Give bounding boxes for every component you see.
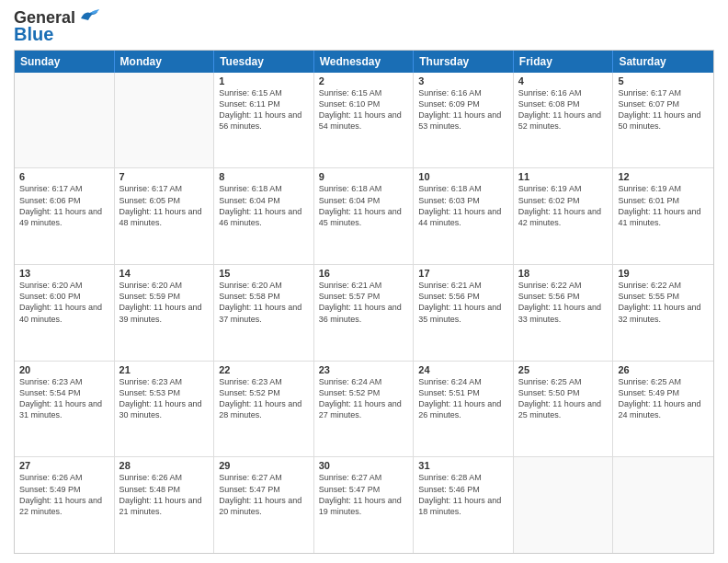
calendar-cell: 16Sunrise: 6:21 AMSunset: 5:57 PMDayligh…: [314, 265, 415, 361]
calendar-cell: 21Sunrise: 6:23 AMSunset: 5:53 PMDayligh…: [115, 362, 215, 457]
cell-info: Sunrise: 6:25 AMSunset: 5:49 PMDaylight:…: [618, 376, 709, 421]
cell-info: Sunrise: 6:19 AMSunset: 6:01 PMDaylight:…: [618, 183, 709, 228]
calendar-cell: 28Sunrise: 6:26 AMSunset: 5:48 PMDayligh…: [115, 457, 215, 553]
cell-info: Sunrise: 6:24 AMSunset: 5:51 PMDaylight:…: [418, 376, 508, 421]
day-number: 9: [319, 171, 409, 182]
calendar-cell: 30Sunrise: 6:27 AMSunset: 5:47 PMDayligh…: [314, 457, 415, 553]
day-number: 26: [618, 364, 709, 375]
day-number: 24: [418, 364, 508, 375]
day-number: 6: [19, 171, 109, 182]
calendar-cell: 1Sunrise: 6:15 AMSunset: 6:11 PMDaylight…: [214, 73, 314, 168]
cell-info: Sunrise: 6:28 AMSunset: 5:46 PMDaylight:…: [418, 472, 508, 517]
day-number: 11: [518, 171, 609, 182]
calendar-row: 1Sunrise: 6:15 AMSunset: 6:11 PMDaylight…: [15, 73, 713, 168]
cell-info: Sunrise: 6:23 AMSunset: 5:54 PMDaylight:…: [19, 376, 109, 421]
calendar-header-cell: Friday: [514, 51, 614, 73]
calendar-cell: 20Sunrise: 6:23 AMSunset: 5:54 PMDayligh…: [15, 362, 115, 457]
calendar-cell: 27Sunrise: 6:26 AMSunset: 5:49 PMDayligh…: [15, 457, 115, 553]
calendar-cell: 3Sunrise: 6:16 AMSunset: 6:09 PMDaylight…: [414, 73, 514, 168]
calendar-cell: 24Sunrise: 6:24 AMSunset: 5:51 PMDayligh…: [414, 362, 514, 457]
cell-info: Sunrise: 6:21 AMSunset: 5:56 PMDaylight:…: [418, 280, 508, 325]
logo-blue: Blue: [14, 24, 53, 44]
cell-info: Sunrise: 6:26 AMSunset: 5:48 PMDaylight:…: [119, 472, 210, 517]
calendar-cell: 5Sunrise: 6:17 AMSunset: 6:07 PMDaylight…: [613, 73, 713, 168]
calendar-header-cell: Tuesday: [214, 51, 314, 73]
calendar-cell: 9Sunrise: 6:18 AMSunset: 6:04 PMDaylight…: [314, 168, 415, 264]
day-number: 12: [618, 171, 709, 182]
cell-info: Sunrise: 6:17 AMSunset: 6:06 PMDaylight:…: [19, 183, 109, 228]
cell-info: Sunrise: 6:15 AMSunset: 6:11 PMDaylight:…: [219, 87, 309, 132]
calendar-cell: 19Sunrise: 6:22 AMSunset: 5:55 PMDayligh…: [613, 265, 713, 361]
calendar-cell: 11Sunrise: 6:19 AMSunset: 6:02 PMDayligh…: [514, 168, 614, 264]
calendar-header-cell: Monday: [115, 51, 215, 73]
cell-info: Sunrise: 6:18 AMSunset: 6:04 PMDaylight:…: [219, 183, 309, 228]
cell-info: Sunrise: 6:19 AMSunset: 6:02 PMDaylight:…: [518, 183, 609, 228]
day-number: 13: [19, 268, 109, 279]
logo: General Blue: [14, 9, 101, 44]
day-number: 7: [119, 171, 210, 182]
cell-info: Sunrise: 6:20 AMSunset: 5:58 PMDaylight:…: [219, 280, 309, 325]
calendar-cell: [613, 457, 713, 553]
calendar-cell: 15Sunrise: 6:20 AMSunset: 5:58 PMDayligh…: [214, 265, 314, 361]
cell-info: Sunrise: 6:20 AMSunset: 5:59 PMDaylight:…: [119, 280, 210, 325]
cell-info: Sunrise: 6:22 AMSunset: 5:56 PMDaylight:…: [518, 280, 609, 325]
day-number: 28: [119, 460, 210, 471]
calendar-cell: 29Sunrise: 6:27 AMSunset: 5:47 PMDayligh…: [214, 457, 314, 553]
calendar-cell: 6Sunrise: 6:17 AMSunset: 6:06 PMDaylight…: [15, 168, 115, 264]
day-number: 25: [518, 364, 609, 375]
cell-info: Sunrise: 6:23 AMSunset: 5:53 PMDaylight:…: [119, 376, 210, 421]
day-number: 22: [219, 364, 309, 375]
calendar-cell: 13Sunrise: 6:20 AMSunset: 6:00 PMDayligh…: [15, 265, 115, 361]
day-number: 14: [119, 268, 210, 279]
cell-info: Sunrise: 6:18 AMSunset: 6:04 PMDaylight:…: [319, 183, 409, 228]
day-number: 30: [319, 460, 409, 471]
day-number: 4: [518, 75, 609, 86]
cell-info: Sunrise: 6:17 AMSunset: 6:07 PMDaylight:…: [618, 87, 709, 132]
day-number: 31: [418, 460, 508, 471]
logo-bird-icon: [77, 7, 101, 26]
header: General Blue: [14, 9, 714, 44]
day-number: 21: [119, 364, 210, 375]
cell-info: Sunrise: 6:24 AMSunset: 5:52 PMDaylight:…: [319, 376, 409, 421]
day-number: 20: [19, 364, 109, 375]
cell-info: Sunrise: 6:15 AMSunset: 6:10 PMDaylight:…: [319, 87, 409, 132]
day-number: 18: [518, 268, 609, 279]
calendar-header-cell: Sunday: [15, 51, 115, 73]
cell-info: Sunrise: 6:21 AMSunset: 5:57 PMDaylight:…: [319, 280, 409, 325]
cell-info: Sunrise: 6:25 AMSunset: 5:50 PMDaylight:…: [518, 376, 609, 421]
calendar-cell: 23Sunrise: 6:24 AMSunset: 5:52 PMDayligh…: [314, 362, 415, 457]
cell-info: Sunrise: 6:18 AMSunset: 6:03 PMDaylight:…: [418, 183, 508, 228]
cell-info: Sunrise: 6:27 AMSunset: 5:47 PMDaylight:…: [219, 472, 309, 517]
day-number: 27: [19, 460, 109, 471]
day-number: 16: [319, 268, 409, 279]
calendar-cell: [514, 457, 614, 553]
calendar-row: 13Sunrise: 6:20 AMSunset: 6:00 PMDayligh…: [15, 264, 713, 361]
calendar-cell: [15, 73, 115, 168]
calendar-cell: 7Sunrise: 6:17 AMSunset: 6:05 PMDaylight…: [115, 168, 215, 264]
calendar-cell: 8Sunrise: 6:18 AMSunset: 6:04 PMDaylight…: [214, 168, 314, 264]
calendar-body: 1Sunrise: 6:15 AMSunset: 6:11 PMDaylight…: [15, 73, 713, 553]
cell-info: Sunrise: 6:26 AMSunset: 5:49 PMDaylight:…: [19, 472, 109, 517]
day-number: 10: [418, 171, 508, 182]
calendar-header-cell: Thursday: [414, 51, 514, 73]
cell-info: Sunrise: 6:23 AMSunset: 5:52 PMDaylight:…: [219, 376, 309, 421]
page: General Blue SundayMondayTuesdayWednesda…: [0, 0, 728, 563]
calendar-cell: 31Sunrise: 6:28 AMSunset: 5:46 PMDayligh…: [414, 457, 514, 553]
day-number: 8: [219, 171, 309, 182]
calendar: SundayMondayTuesdayWednesdayThursdayFrid…: [14, 50, 714, 554]
calendar-cell: 10Sunrise: 6:18 AMSunset: 6:03 PMDayligh…: [414, 168, 514, 264]
calendar-row: 27Sunrise: 6:26 AMSunset: 5:49 PMDayligh…: [15, 456, 713, 553]
calendar-cell: 14Sunrise: 6:20 AMSunset: 5:59 PMDayligh…: [115, 265, 215, 361]
day-number: 17: [418, 268, 508, 279]
calendar-cell: 25Sunrise: 6:25 AMSunset: 5:50 PMDayligh…: [514, 362, 614, 457]
day-number: 1: [219, 75, 309, 86]
cell-info: Sunrise: 6:16 AMSunset: 6:08 PMDaylight:…: [518, 87, 609, 132]
calendar-cell: 4Sunrise: 6:16 AMSunset: 6:08 PMDaylight…: [514, 73, 614, 168]
calendar-cell: 17Sunrise: 6:21 AMSunset: 5:56 PMDayligh…: [414, 265, 514, 361]
calendar-cell: 22Sunrise: 6:23 AMSunset: 5:52 PMDayligh…: [214, 362, 314, 457]
day-number: 29: [219, 460, 309, 471]
day-number: 3: [418, 75, 508, 86]
calendar-cell: 26Sunrise: 6:25 AMSunset: 5:49 PMDayligh…: [613, 362, 713, 457]
calendar-header: SundayMondayTuesdayWednesdayThursdayFrid…: [15, 51, 713, 73]
cell-info: Sunrise: 6:20 AMSunset: 6:00 PMDaylight:…: [19, 280, 109, 325]
